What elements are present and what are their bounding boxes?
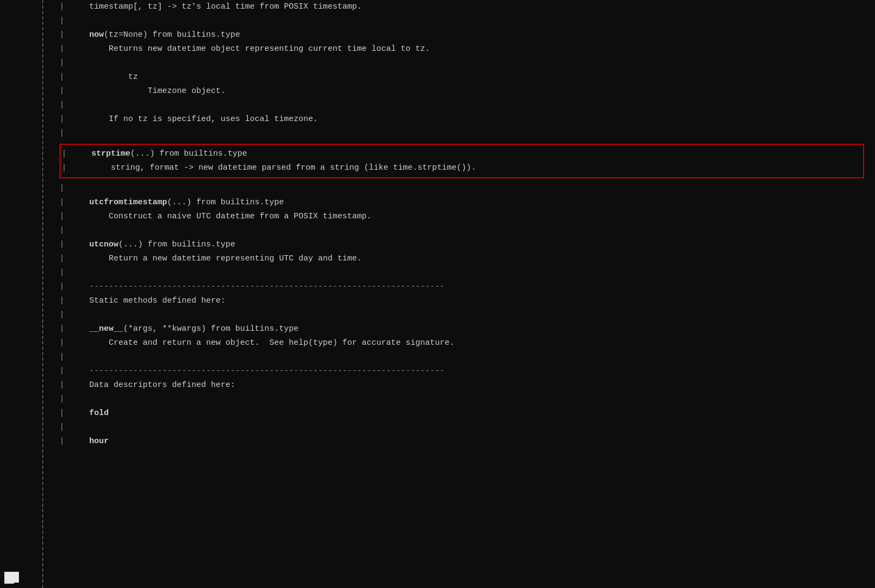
pipe: |	[59, 435, 64, 448]
pipe: |	[59, 421, 64, 434]
bold-fold: fold	[89, 409, 109, 418]
pipe: |	[59, 393, 64, 406]
empty-line-11: |	[59, 420, 864, 435]
empty-line-3: |	[59, 98, 864, 112]
pipe: |	[59, 29, 64, 42]
separator-text-2: ----------------------------------------…	[70, 365, 445, 378]
pipe: |	[59, 252, 64, 265]
bold-hour: hour	[89, 437, 109, 446]
pipe: |	[59, 280, 64, 293]
cursor	[4, 572, 14, 584]
line-fold: | fold	[59, 406, 864, 420]
line-new-desc: | Create and return a new object. See he…	[59, 336, 864, 350]
pipe: |	[59, 337, 64, 350]
text: Returns new datetime object representing…	[70, 43, 430, 56]
bold-utcfromtimestamp: utcfromtimestamp	[89, 198, 167, 207]
line-now-desc: | Returns new datetime object representi…	[59, 42, 864, 56]
text: utcnow(...) from builtins.type	[70, 238, 235, 251]
pipe: |	[59, 113, 64, 126]
pipe: |	[59, 196, 64, 209]
empty-line-7: |	[59, 266, 864, 280]
empty-line-4: |	[59, 126, 864, 141]
line-data-descriptors-header: | Data descriptors defined here:	[59, 378, 864, 392]
line-utcnow: | utcnow(...) from builtins.type	[59, 238, 864, 252]
text: Data descriptors defined here:	[70, 379, 235, 392]
text: Return a new datetime representing UTC d…	[70, 252, 362, 265]
text: Construct a naive UTC datetime from a PO…	[70, 210, 372, 223]
line-now: | now(tz=None) from builtins.type	[59, 28, 864, 42]
pipe: |	[59, 99, 64, 112]
empty-line-9: |	[59, 350, 864, 364]
line-utcfromtimestamp: | utcfromtimestamp(...) from builtins.ty…	[59, 196, 864, 210]
pipe: |	[59, 266, 64, 279]
text: tz	[70, 71, 138, 84]
pipe: |	[59, 407, 64, 420]
text: __new__(*args, **kwargs) from builtins.t…	[70, 323, 299, 336]
pipe: |	[59, 127, 64, 140]
separator-text-1: ----------------------------------------…	[70, 280, 445, 293]
text: now(tz=None) from builtins.type	[70, 29, 240, 42]
line-new: | __new__(*args, **kwargs) from builtins…	[59, 322, 864, 336]
pipe: |	[59, 309, 64, 322]
left-gutter	[0, 0, 43, 588]
pipe: |	[62, 162, 67, 175]
pipe: |	[62, 148, 67, 161]
content-area[interactable]: | timestamp[, tz] -> tz's local time fro…	[43, 0, 875, 588]
line-strptime: | strptime(...) from builtins.type	[61, 147, 863, 161]
line-no-tz: | If no tz is specified, uses local time…	[59, 112, 864, 126]
pipe: |	[59, 323, 64, 336]
pipe: |	[59, 43, 64, 56]
pipe: |	[59, 295, 64, 308]
terminal-window: | timestamp[, tz] -> tz's local time fro…	[0, 0, 875, 588]
pipe: |	[59, 1, 64, 14]
empty-line-10: |	[59, 392, 864, 406]
line-timestamp: | timestamp[, tz] -> tz's local time fro…	[59, 0, 864, 14]
line-tz-desc: | Timezone object.	[59, 84, 864, 98]
line-strptime-desc: | string, format -> new datetime parsed …	[61, 161, 863, 175]
bold-strptime: strptime	[91, 149, 130, 158]
text: Create and return a new object. See help…	[70, 337, 454, 350]
empty-line-8: |	[59, 308, 864, 322]
highlighted-strptime-block: | strptime(...) from builtins.type | str…	[59, 144, 864, 178]
pipe: |	[59, 182, 64, 195]
text: utcfromtimestamp(...) from builtins.type	[70, 196, 284, 209]
bold-now: now	[89, 30, 104, 39]
empty-line-6: |	[59, 224, 864, 238]
pipe: |	[59, 210, 64, 223]
text: string, format -> new datetime parsed fr…	[72, 162, 476, 175]
line-separator-2: | --------------------------------------…	[59, 364, 864, 378]
bold-new: __new__	[89, 324, 123, 333]
text: Static methods defined here:	[70, 295, 226, 308]
bold-utcnow: utcnow	[89, 240, 118, 249]
text: hour	[70, 435, 109, 448]
pipe: |	[59, 365, 64, 378]
text: strptime(...) from builtins.type	[72, 148, 247, 161]
pipe: |	[59, 15, 64, 28]
line-static-header: | Static methods defined here:	[59, 294, 864, 308]
line-separator-1: | --------------------------------------…	[59, 280, 864, 294]
line-utcfromtimestamp-desc: | Construct a naive UTC datetime from a …	[59, 210, 864, 224]
text: If no tz is specified, uses local timezo…	[70, 113, 318, 126]
line-utcnow-desc: | Return a new datetime representing UTC…	[59, 252, 864, 266]
empty-line-1: |	[59, 14, 864, 28]
empty-line-5: |	[59, 182, 864, 196]
pipe: |	[59, 351, 64, 364]
pipe: |	[59, 85, 64, 98]
pipe: |	[59, 57, 64, 70]
text: fold	[70, 407, 109, 420]
text: timestamp[, tz] -> tz's local time from …	[70, 1, 362, 14]
text: Timezone object.	[70, 85, 226, 98]
pipe: |	[59, 224, 64, 237]
pipe: |	[59, 71, 64, 84]
line-tz-param: | tz	[59, 70, 864, 84]
line-hour: | hour	[59, 435, 864, 449]
empty-line-2: |	[59, 56, 864, 70]
pipe: |	[59, 238, 64, 251]
pipe: |	[59, 379, 64, 392]
